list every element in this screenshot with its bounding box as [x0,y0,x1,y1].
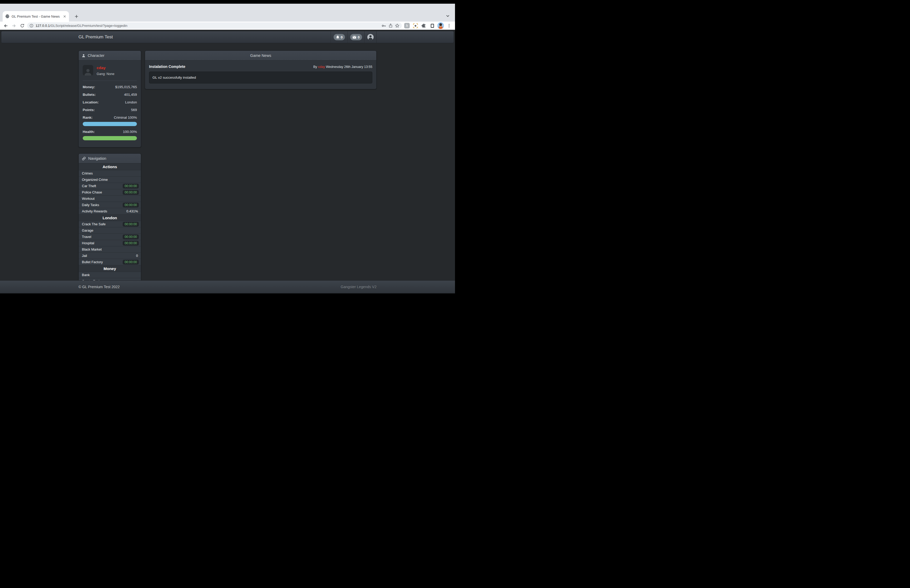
nav-link-hospital[interactable]: Hospital00:00:00 [79,240,141,246]
navigation-panel-title: Navigation [88,156,107,161]
nav-link-police-chase[interactable]: Police Chase00:00:00 [79,189,141,195]
timer-badge: 00:00:00 [123,184,139,189]
stat-row: Bullets:401,459 [83,93,137,97]
nav-link-jail[interactable]: Jail0 [79,252,141,259]
timer-badge: 00:00:00 [123,222,139,227]
new-tab-button[interactable] [73,13,80,20]
reload-button[interactable] [19,23,25,29]
health-progress-fill [83,136,137,140]
profile-avatar[interactable] [437,23,444,29]
nav-link-car-theft[interactable]: Car Theft00:00:00 [79,183,141,189]
nav-section-header: Money [79,265,141,271]
screenshot-extension-icon[interactable] [412,23,419,29]
tab-close-icon[interactable] [63,15,66,18]
nav-link-label: Travel [82,235,91,239]
stat-label: Points: [83,108,95,112]
stat-value: 401,459 [124,93,137,97]
character-gang: Gang: None [97,72,114,76]
stat-value: 569 [131,108,137,112]
profile-avatar-photo [437,23,444,29]
messages-cell[interactable]: 0 [348,31,364,43]
game-footer: © GL Premium Test 2022 Gangster Legends … [0,280,455,293]
rank-progress-fill [83,122,137,126]
stat-label: Money: [83,85,95,89]
nav-link-organized-crime[interactable]: Organized Crime [79,176,141,183]
navigation-panel: Navigation ActionsCrimesOrganized CrimeC… [78,153,141,284]
stat-label: Bullets: [83,93,96,97]
character-name-link[interactable]: cday [97,66,114,70]
bookmark-star-icon[interactable] [395,23,399,28]
address-bar[interactable]: 127.0.0.1/GLScript/release/GLPremium/tes… [27,23,402,29]
character-panel-title: Character [88,53,105,58]
nav-link-bullet-factory[interactable]: Bullet Factory00:00:00 [79,259,141,265]
notifications-cell[interactable]: 0 [331,31,348,43]
news-list: Instalation CompleteBy cday Wednesday 26… [145,61,376,89]
game-page: GL Premium Test 0 0 [0,30,455,294]
nav-link-label: Bullet Factory [82,260,103,264]
nav-link-crack-the-safe[interactable]: Crack The Safe00:00:00 [79,221,141,227]
game-title: GL Premium Test [78,31,331,43]
person-icon [82,54,85,57]
honey-extension-icon[interactable]: h [404,23,410,29]
browser-tab[interactable]: GL Premium Test - Game News [3,11,69,22]
news-author-link[interactable]: cday [318,65,325,69]
tab-search-chevron-icon[interactable] [444,13,451,19]
honey-extension-glyph: h [404,23,410,28]
left-sidebar: Character cday Gang: None [78,50,141,284]
nav-link-label: Police Chase [82,190,102,194]
extensions-puzzle-icon[interactable] [420,23,427,29]
nav-link-label: Daily Tasks [82,203,99,207]
share-icon[interactable] [388,23,393,28]
stat-value: London [125,100,137,104]
timer-badge: 00:00:00 [123,234,139,239]
nav-section-header: London [79,214,141,221]
browser-toolbar: 127.0.0.1/GLScript/release/GLPremium/tes… [0,22,455,30]
stat-value: $195,015,765 [115,85,137,89]
nav-link-garage[interactable]: Garage [79,227,141,233]
nav-link-crimes[interactable]: Crimes [79,170,141,176]
nav-link-label: Bank [82,273,90,277]
news-by-label: By [314,65,318,69]
account-cell[interactable] [364,31,377,43]
browser-menu-dots-icon[interactable] [446,23,453,29]
forward-button[interactable] [11,23,17,29]
game-news-title: Game News [250,53,271,58]
timer-badge: 00:00:00 [123,241,139,246]
bell-icon [336,36,339,39]
nav-link-daily-tasks[interactable]: Daily Tasks00:00:00 [79,202,141,208]
sidepanel-icon[interactable] [429,23,435,29]
nav-link-label: Garage [82,228,93,233]
nav-link-black-market[interactable]: Black Market [79,246,141,252]
timer-badge: 00:00:00 [123,190,139,195]
messages-count: 0 [357,35,359,39]
notifications-pill[interactable]: 0 [334,34,345,40]
character-stats: Money:$195,015,765Bullets:401,459Locatio… [83,85,137,112]
news-item-header: Instalation CompleteBy cday Wednesday 26… [149,65,372,69]
rank-progressbar [83,122,137,126]
footer-brand: Gangster Legends V2 [341,285,377,289]
url-host: 127.0.0.1 [36,24,50,27]
url-text: 127.0.0.1/GLScript/release/GLPremium/tes… [36,24,380,27]
back-button[interactable] [3,23,9,29]
game-news-header: Game News [145,51,376,61]
footer-copyright: © GL Premium Test 2022 [78,285,120,289]
password-key-icon[interactable] [381,23,386,28]
bottom-strip [0,293,455,294]
stat-row: Location:London [83,100,137,104]
divider [83,81,137,81]
nav-link-travel[interactable]: Travel00:00:00 [79,233,141,240]
nav-link-activity-rewards[interactable]: Activity Rewards0.431% [79,208,141,214]
envelope-icon [352,36,356,39]
nav-link-value: 0.431% [126,209,139,213]
health-label: Health: [83,130,95,134]
globe-favicon-icon [5,14,10,18]
nav-link-bank[interactable]: Bank [79,271,141,278]
site-info-icon[interactable] [29,24,34,27]
messages-pill[interactable]: 0 [350,34,362,40]
mac-titlebar [0,0,455,4]
user-icon [367,34,374,40]
nav-link-workout[interactable]: Workout [79,195,141,202]
character-panel-header: Character [79,51,141,61]
news-item-meta: By cday Wednesday 26th January 13:55 [314,65,372,69]
url-path: /GLScript/release/GLPremium/test/?page=l… [50,24,127,27]
